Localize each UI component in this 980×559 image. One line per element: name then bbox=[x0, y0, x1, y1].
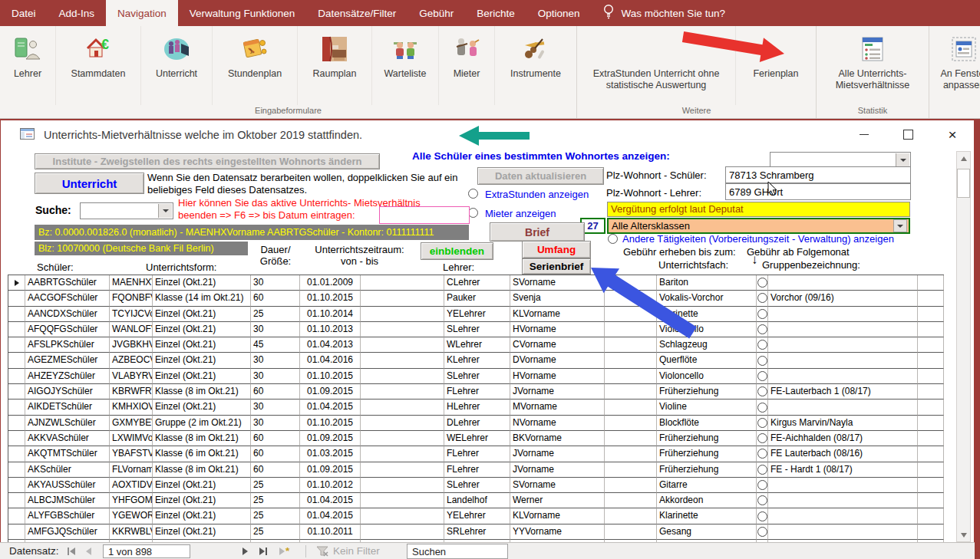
cell-empty[interactable] bbox=[605, 307, 657, 322]
cell-unterrichtsform[interactable]: Gruppe (2 im Okt.21) bbox=[153, 416, 251, 431]
cell-von-datum[interactable]: 01.10.2015 bbox=[300, 369, 361, 384]
cell-unterrichtsfach[interactable]: Vokalis-Vorchor bbox=[657, 291, 757, 306]
cell-vorname[interactable]: KKRWBLVo bbox=[110, 524, 153, 540]
table-row[interactable]: AKKVASchülerLXWIMVoriKlasse (8 im Okt.21… bbox=[8, 431, 944, 446]
cell-empty[interactable] bbox=[605, 508, 657, 524]
folgemonat-radio[interactable] bbox=[757, 386, 767, 396]
cell-von-datum[interactable]: 01.04.2015 bbox=[300, 493, 361, 508]
folgemonat-radio[interactable] bbox=[757, 356, 767, 366]
cell-unterrichtsform[interactable]: Klasse (8 im Okt.21) bbox=[153, 431, 251, 446]
cell-lehrer-vorname[interactable]: BKVorname bbox=[510, 431, 605, 446]
cell-folgemonat[interactable] bbox=[757, 337, 768, 353]
cell-bis-datum[interactable] bbox=[361, 431, 444, 446]
cell-von-datum[interactable]: 01.09.2015 bbox=[300, 384, 361, 400]
record-selector[interactable] bbox=[8, 462, 25, 478]
table-row[interactable]: AKYAUSSchülerAOXTIDVoiEinzel (Okt.21)250… bbox=[8, 478, 944, 493]
record-selector[interactable] bbox=[8, 416, 25, 431]
record-selector[interactable] bbox=[8, 307, 25, 322]
cell-vorname[interactable]: KMHXIOVo bbox=[110, 400, 153, 415]
cell-folgemonat[interactable] bbox=[757, 384, 768, 400]
tab-datens-tze-filter[interactable]: Datensätze/Filter bbox=[306, 0, 408, 26]
einblenden-button[interactable]: einblenden bbox=[421, 242, 493, 260]
cell-von-datum[interactable]: 01.04.2015 bbox=[300, 400, 361, 415]
folgemonat-radio[interactable] bbox=[757, 309, 767, 319]
cell-empty[interactable] bbox=[605, 478, 657, 493]
cell-lehrer[interactable]: DLehrer bbox=[444, 416, 510, 431]
cell-lehrer[interactable]: SLehrer bbox=[444, 322, 510, 337]
folgemonat-radio[interactable] bbox=[757, 418, 767, 428]
table-row[interactable]: AMFGJQSchülerKKRWBLVoEinzel (Okt.21)2501… bbox=[8, 524, 944, 540]
cell-folgemonat[interactable] bbox=[757, 400, 768, 415]
cell-lehrer[interactable]: Landelhof bbox=[444, 493, 510, 508]
folgemonat-radio[interactable] bbox=[757, 511, 767, 521]
cell-von-datum[interactable]: 01.04.2016 bbox=[300, 353, 361, 368]
cell-dauer[interactable]: 30 bbox=[251, 353, 300, 368]
folgemonat-radio[interactable] bbox=[757, 293, 767, 303]
scrollbar-thumb[interactable] bbox=[957, 169, 970, 198]
cell-gruppenbezeichnung[interactable] bbox=[768, 478, 918, 493]
cell-vorname[interactable]: FLVorname bbox=[110, 462, 153, 478]
record-selector[interactable] bbox=[8, 322, 25, 337]
cell-lehrer-vorname[interactable]: KLVorname bbox=[510, 508, 605, 524]
cell-dauer[interactable]: 60 bbox=[251, 431, 300, 446]
cell-folgemonat[interactable] bbox=[757, 478, 768, 493]
table-row[interactable]: AIKDETSchülerKMHXIOVoEinzel (Okt.21)3001… bbox=[8, 400, 944, 415]
cell-empty[interactable] bbox=[918, 478, 944, 493]
cell-vorname[interactable]: VLABYRVor bbox=[110, 369, 153, 384]
ribbon-button-stammdaten[interactable]: €Stammdaten bbox=[56, 26, 141, 105]
cell-bis-datum[interactable] bbox=[361, 275, 444, 291]
cell-gruppenbezeichnung[interactable] bbox=[768, 337, 918, 353]
table-row[interactable]: AGEZMESchülerAZBEOCVoEinzel (Okt.21)3001… bbox=[8, 353, 944, 368]
cell-empty[interactable] bbox=[918, 322, 944, 337]
previous-record-button[interactable] bbox=[86, 547, 91, 555]
cell-schueler[interactable]: AFSLPKSchüler bbox=[25, 337, 110, 353]
cell-dauer[interactable]: 60 bbox=[251, 384, 300, 400]
cell-lehrer-vorname[interactable]: KLVorname bbox=[510, 307, 605, 322]
cell-lehrer-vorname[interactable]: Svenja bbox=[510, 291, 605, 306]
cell-unterrichtsfach[interactable]: Früherziehung bbox=[657, 462, 757, 478]
cell-lehrer[interactable]: FLehrer bbox=[444, 462, 510, 478]
chevron-down-icon[interactable] bbox=[893, 219, 907, 232]
cell-folgemonat[interactable] bbox=[757, 493, 768, 508]
cell-lehrer-vorname[interactable]: HVorname bbox=[510, 369, 605, 384]
folgemonat-radio[interactable] bbox=[757, 278, 767, 288]
tab-datei[interactable]: Datei bbox=[0, 0, 48, 26]
cell-lehrer[interactable]: SLehrer bbox=[444, 369, 510, 384]
cell-bis-datum[interactable] bbox=[361, 322, 444, 337]
cell-dauer[interactable]: 25 bbox=[251, 508, 300, 524]
cell-gruppenbezeichnung[interactable]: Kirgus Marvin/Nayla bbox=[768, 416, 918, 431]
cell-unterrichtsform[interactable]: Einzel (Okt.21) bbox=[153, 400, 251, 415]
cell-bis-datum[interactable] bbox=[361, 462, 444, 478]
cell-vorname[interactable]: YHFGOMVc bbox=[110, 493, 153, 508]
table-row[interactable]: ALBCJMSchülerYHFGOMVcEinzel (Okt.21)2501… bbox=[8, 493, 944, 508]
cell-empty[interactable] bbox=[918, 275, 944, 291]
cell-von-datum[interactable]: 01.10.2015 bbox=[300, 291, 361, 306]
cell-schueler[interactable]: AGEZMESchüler bbox=[25, 353, 110, 368]
cell-unterrichtsfach[interactable]: Bariton bbox=[657, 275, 757, 291]
table-row[interactable]: AANCDXSchülerTCYIJCVoriEinzel (Okt.21)25… bbox=[8, 307, 944, 322]
cell-gruppenbezeichnung[interactable] bbox=[768, 307, 918, 322]
table-row[interactable]: AKQTMTSchülerYBAFSTVoiKlasse (6 im Okt.2… bbox=[8, 446, 944, 462]
ribbon-button-warteliste[interactable]: Warteliste bbox=[372, 26, 439, 105]
cell-lehrer[interactable]: SRLehrer bbox=[444, 524, 510, 540]
cell-empty[interactable] bbox=[918, 400, 944, 415]
cell-schueler[interactable]: AKSchüler bbox=[25, 462, 110, 478]
cell-vorname[interactable]: MAENHXVc bbox=[110, 275, 153, 291]
record-selector[interactable] bbox=[8, 524, 25, 540]
cell-bis-datum[interactable] bbox=[361, 291, 444, 306]
cell-lehrer[interactable]: WELehrer bbox=[444, 431, 510, 446]
cell-schueler[interactable]: AJNZWLSchüler bbox=[25, 416, 110, 431]
cell-empty[interactable] bbox=[605, 524, 657, 540]
cell-gruppenbezeichnung[interactable] bbox=[768, 322, 918, 337]
record-selector[interactable] bbox=[8, 384, 25, 400]
cell-gruppenbezeichnung[interactable]: FE Lauterbach (08/16) bbox=[768, 446, 918, 462]
tab-navigation[interactable]: Navigation bbox=[106, 0, 178, 26]
cell-empty[interactable] bbox=[918, 337, 944, 353]
cell-gruppenbezeichnung[interactable] bbox=[768, 353, 918, 368]
cell-bis-datum[interactable] bbox=[361, 478, 444, 493]
cell-gruppenbezeichnung[interactable] bbox=[768, 508, 918, 524]
cell-empty[interactable] bbox=[918, 291, 944, 306]
cell-dauer[interactable]: 25 bbox=[251, 524, 300, 540]
cell-unterrichtsform[interactable]: Einzel (Okt.21) bbox=[153, 493, 251, 508]
cell-empty[interactable] bbox=[605, 353, 657, 368]
